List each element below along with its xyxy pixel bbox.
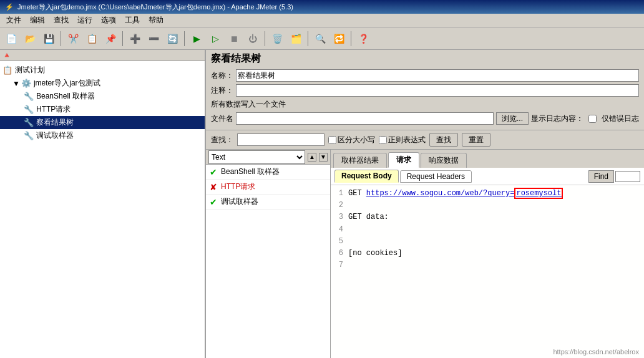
menu-tools[interactable]: 工具: [121, 14, 144, 27]
regex-check-label: 正则表达式: [379, 135, 426, 145]
rotate-button[interactable]: 🔄: [163, 30, 181, 47]
browse-button[interactable]: 浏览...: [496, 112, 529, 125]
subtab-request-body[interactable]: Request Body: [334, 170, 399, 183]
reset-button[interactable]: 🔁: [330, 30, 348, 47]
shutdown-button[interactable]: ⏻: [244, 30, 261, 47]
url-link[interactable]: https://www.sogou.com/web/?query=rosemys…: [366, 188, 564, 199]
tree-item-beanshell[interactable]: 🔧 BeanShell 取样器: [0, 90, 205, 103]
beanshell-icon: 🔧: [24, 92, 34, 101]
log-check-area: 显示日志内容： 仅错误日志: [531, 114, 639, 124]
subtabs-row: Request Body Request Headers Find: [331, 168, 644, 185]
menu-file[interactable]: 文件: [2, 14, 25, 27]
log-label: 显示日志内容：: [531, 114, 583, 124]
line-num-4: 4: [333, 224, 343, 236]
line-content-7: [348, 259, 642, 271]
comment-input[interactable]: [236, 84, 639, 97]
case-checkbox[interactable]: [328, 136, 336, 144]
result-item-http[interactable]: ✘ HTTP请求: [206, 180, 330, 195]
tab-sampler-results[interactable]: 取样器结果: [333, 153, 387, 168]
form-area: 察看结果树 名称： 注释： 所有数据写入一个文件 文件名 浏览... 显示日志内…: [206, 50, 644, 130]
section-title: 所有数据写入一个文件: [211, 99, 639, 110]
menu-help[interactable]: 帮助: [145, 14, 167, 27]
file-input[interactable]: [236, 112, 494, 125]
search-btn[interactable]: 查找: [429, 133, 458, 147]
line-num-7: 7: [333, 259, 343, 271]
clear-all-button[interactable]: 🗂️: [287, 30, 305, 47]
help-button[interactable]: ❓: [354, 30, 372, 47]
line-content-3: GET data:: [348, 211, 642, 223]
results-list-header: Text ▲ ▼: [206, 150, 330, 165]
paste-button[interactable]: 📌: [102, 30, 119, 47]
clear-button[interactable]: 🗑️: [268, 30, 286, 47]
line-content-1: GET https://www.sogou.com/web/?query=ros…: [348, 188, 642, 200]
comment-row: 注释：: [211, 84, 639, 97]
name-row: 名称：: [211, 69, 639, 82]
line-num-1: 1: [333, 188, 343, 200]
beanshell-label: BeanShell 取样器: [36, 91, 95, 102]
stop-button[interactable]: ⏹: [225, 30, 243, 47]
line-content-4: [348, 224, 642, 236]
sep3: [184, 31, 185, 46]
start-nopause-button[interactable]: ▷: [207, 30, 224, 47]
left-results: Text ▲ ▼ ✔ BeanShell 取样器 ✘ HTTP请求 ✔: [206, 150, 331, 358]
tab-response-data[interactable]: 响应数据: [421, 153, 467, 168]
start-button[interactable]: ▶: [188, 30, 205, 47]
tree-item-testplan[interactable]: 📋 测试计划: [0, 64, 205, 77]
regex-checkbox[interactable]: [379, 136, 387, 144]
copy-button[interactable]: 📋: [83, 30, 100, 47]
collapse-button[interactable]: ➖: [145, 30, 162, 47]
name-input[interactable]: [236, 69, 639, 82]
http-icon: 🔧: [24, 105, 34, 114]
sep2: [122, 31, 123, 46]
line-2: 2: [333, 200, 642, 211]
cut-button[interactable]: ✂️: [64, 30, 82, 47]
search-button[interactable]: 🔍: [311, 30, 329, 47]
new-button[interactable]: 📄: [2, 30, 20, 47]
right-panel: 察看结果树 名称： 注释： 所有数据写入一个文件 文件名 浏览... 显示日志内…: [206, 50, 644, 358]
expand-icon: ▼: [12, 79, 20, 88]
reset-btn[interactable]: 重置: [462, 133, 490, 147]
tree-item-results-tree[interactable]: 🔧 察看结果树: [0, 116, 205, 129]
results-tree-label: 察看结果树: [36, 117, 74, 128]
find-button[interactable]: Find: [588, 170, 614, 183]
menu-edit[interactable]: 编辑: [26, 14, 49, 27]
find-input[interactable]: [615, 171, 640, 182]
tree-toggle-icon[interactable]: 🔺: [2, 51, 11, 59]
result-item-beanshell[interactable]: ✔ BeanShell 取样器: [206, 165, 330, 180]
view-type-select[interactable]: Text: [208, 150, 305, 164]
save-button[interactable]: 💾: [40, 30, 57, 47]
menu-options[interactable]: 选项: [97, 14, 120, 27]
threadgroup-label: jmeter导入jar包测试: [34, 78, 100, 89]
testplan-icon: 📋: [2, 65, 12, 75]
menu-run[interactable]: 运行: [74, 14, 96, 27]
line-6: 6 [no cookies]: [333, 248, 642, 259]
menu-find[interactable]: 查找: [50, 14, 72, 27]
debug-label: 调试取样器: [36, 130, 74, 141]
case-check-label: 区分大小写: [328, 135, 375, 145]
comment-label: 注释：: [211, 85, 233, 96]
watermark: https://blog.csdn.net/abelrox: [553, 348, 639, 356]
beanshell-result-label: BeanShell 取样器: [221, 167, 280, 177]
open-button[interactable]: 📂: [21, 30, 39, 47]
main-area: 🔺 📋 测试计划 ▼ ⚙️ jmeter导入jar包测试 🔧 BeanShell…: [0, 50, 644, 358]
tree-item-debug[interactable]: 🔧 调试取样器: [0, 129, 205, 142]
right-results: 取样器结果 请求 响应数据 Request Body Request Heade…: [331, 150, 644, 358]
subtab-request-headers[interactable]: Request Headers: [400, 170, 472, 183]
scroll-up-btn[interactable]: ▲: [308, 153, 316, 162]
title-icon: ⚡: [5, 3, 14, 11]
file-label: 文件名: [211, 114, 233, 124]
log-checkbox[interactable]: [588, 115, 597, 123]
results-list: ✔ BeanShell 取样器 ✘ HTTP请求 ✔ 调试取样器: [206, 165, 330, 358]
expand-button[interactable]: ➕: [126, 30, 144, 47]
line-content-6: [no cookies]: [348, 248, 642, 259]
threadgroup-icon: ⚙️: [21, 79, 31, 88]
search-input[interactable]: [237, 133, 324, 146]
tree-item-http[interactable]: 🔧 HTTP请求: [0, 103, 205, 116]
result-item-debug[interactable]: ✔ 调试取样器: [206, 195, 330, 210]
scroll-down-btn[interactable]: ▼: [319, 153, 328, 162]
tab-request[interactable]: 请求: [388, 152, 419, 168]
results-area: Text ▲ ▼ ✔ BeanShell 取样器 ✘ HTTP请求 ✔: [206, 150, 644, 358]
results-tree-icon: 🔧: [24, 118, 34, 127]
line-num-6: 6: [333, 248, 343, 259]
tree-item-threadgroup[interactable]: ▼ ⚙️ jmeter导入jar包测试: [0, 77, 205, 90]
